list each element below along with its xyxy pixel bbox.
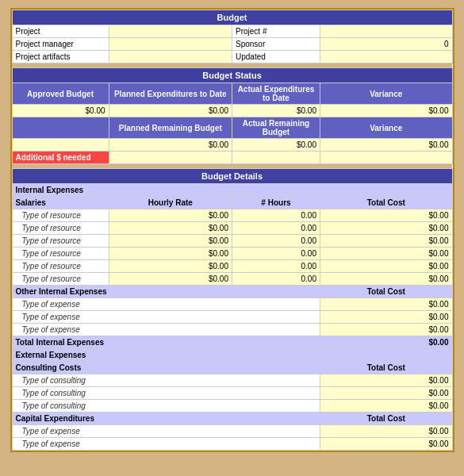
planned-exp-header: Planned Expenditures to Date <box>109 83 232 105</box>
resource-row: Type of resource $0.00 0.00 $0.00 <box>12 222 452 235</box>
blank-header <box>12 117 109 139</box>
resource-hours-3[interactable]: 0.00 <box>232 248 320 260</box>
expense-cost-0[interactable]: $0.00 <box>320 298 452 311</box>
other-total-cost-label: Total Cost <box>320 286 452 298</box>
actual-remaining-header: Actual Remaining Budget <box>232 117 320 139</box>
expense-cost-1[interactable]: $0.00 <box>320 311 452 324</box>
resource-rate-5[interactable]: $0.00 <box>109 273 232 286</box>
variance2-header: Variance <box>320 117 452 139</box>
variance2-value[interactable]: $0.00 <box>320 139 452 152</box>
expense-name-2[interactable]: Type of expense <box>12 324 320 336</box>
other-internal-label: Other Internal Expenses <box>12 286 320 298</box>
actual-remaining-value[interactable]: $0.00 <box>232 139 320 152</box>
capital-cost-1[interactable]: $0.00 <box>320 438 452 451</box>
resource-hours-0[interactable]: 0.00 <box>232 209 320 222</box>
resource-cost-3[interactable]: $0.00 <box>320 248 452 260</box>
capital-cost-0[interactable]: $0.00 <box>320 425 452 438</box>
resource-hours-2[interactable]: 0.00 <box>232 235 320 248</box>
resource-name-3[interactable]: Type of resource <box>12 248 109 260</box>
resource-rate-1[interactable]: $0.00 <box>109 222 232 235</box>
capital-name-1[interactable]: Type of expense <box>12 438 320 451</box>
resource-rate-3[interactable]: $0.00 <box>109 248 232 260</box>
project-artifacts-value[interactable] <box>109 51 232 63</box>
consulting-name-0[interactable]: Type of consulting <box>12 374 320 387</box>
capital-row: Type of expense $0.00 <box>12 438 452 451</box>
capital-label: Capital Expenditures <box>12 413 320 425</box>
capital-name-0[interactable]: Type of expense <box>12 425 320 438</box>
resource-row: Type of resource $0.00 0.00 $0.00 <box>12 248 452 260</box>
resource-name-5[interactable]: Type of resource <box>12 273 109 286</box>
consulting-name-1[interactable]: Type of consulting <box>12 387 320 400</box>
resource-cost-1[interactable]: $0.00 <box>320 222 452 235</box>
expense-row: Type of expense $0.00 <box>12 298 452 311</box>
project-num-label: Project # <box>232 25 320 38</box>
updated-label: Updated <box>232 51 320 63</box>
consulting-row: Type of consulting $0.00 <box>12 374 452 387</box>
budget-details-title: Budget Details <box>12 169 452 184</box>
blank-value <box>12 139 109 152</box>
sponsor-label: Sponsor <box>232 38 320 51</box>
expense-name-0[interactable]: Type of expense <box>12 298 320 311</box>
variance-header: Variance <box>320 83 452 105</box>
resource-row: Type of resource $0.00 0.00 $0.00 <box>12 235 452 248</box>
variance-value[interactable]: $0.00 <box>320 105 452 117</box>
consulting-cost-2[interactable]: $0.00 <box>320 400 452 413</box>
capital-total-label: Total Cost <box>320 413 452 425</box>
approved-budget-header: Approved Budget <box>12 83 109 105</box>
consulting-row: Type of consulting $0.00 <box>12 387 452 400</box>
resource-cost-2[interactable]: $0.00 <box>320 235 452 248</box>
hours-label: # Hours <box>232 197 320 209</box>
consulting-name-2[interactable]: Type of consulting <box>12 400 320 413</box>
planned-remaining-value[interactable]: $0.00 <box>109 139 232 152</box>
planned-value[interactable]: $0.00 <box>109 105 232 117</box>
resource-cost-5[interactable]: $0.00 <box>320 273 452 286</box>
planned-remaining-header: Planned Remaining Budget <box>109 117 232 139</box>
expense-row: Type of expense $0.00 <box>12 311 452 324</box>
consulting-cost-0[interactable]: $0.00 <box>320 374 452 387</box>
project-manager-label: Project manager <box>12 38 109 51</box>
consulting-total-label: Total Cost <box>320 362 452 374</box>
expense-cost-2[interactable]: $0.00 <box>320 324 452 336</box>
resource-name-0[interactable]: Type of resource <box>12 209 109 222</box>
updated-value[interactable] <box>320 51 452 63</box>
resource-hours-4[interactable]: 0.00 <box>232 260 320 273</box>
sponsor-value[interactable]: 0 <box>320 38 452 51</box>
consulting-row: Type of consulting $0.00 <box>12 400 452 413</box>
internal-expenses-label: Internal Expenses <box>12 184 452 197</box>
resource-name-4[interactable]: Type of resource <box>12 260 109 273</box>
project-label: Project <box>12 25 109 38</box>
resource-rate-4[interactable]: $0.00 <box>109 260 232 273</box>
resource-row: Type of resource $0.00 0.00 $0.00 <box>12 260 452 273</box>
resource-rate-2[interactable]: $0.00 <box>109 235 232 248</box>
additional-value2 <box>232 152 320 164</box>
additional-value1 <box>109 152 232 164</box>
resource-cost-0[interactable]: $0.00 <box>320 209 452 222</box>
resource-row: Type of resource $0.00 0.00 $0.00 <box>12 273 452 286</box>
expense-row: Type of expense $0.00 <box>12 324 452 336</box>
resource-cost-4[interactable]: $0.00 <box>320 260 452 273</box>
project-value[interactable] <box>109 25 232 38</box>
expense-name-1[interactable]: Type of expense <box>12 311 320 324</box>
capital-row: Type of expense $0.00 <box>12 425 452 438</box>
total-cost-label: Total Cost <box>320 197 452 209</box>
resource-name-2[interactable]: Type of resource <box>12 235 109 248</box>
resource-name-1[interactable]: Type of resource <box>12 222 109 235</box>
additional-needed-label: Additional $ needed <box>12 152 109 164</box>
hourly-rate-label: Hourly Rate <box>109 197 232 209</box>
actual-value[interactable]: $0.00 <box>232 105 320 117</box>
budget-title: Budget <box>12 10 452 25</box>
resource-hours-1[interactable]: 0.00 <box>232 222 320 235</box>
actual-exp-header: Actual Expenditures to Date <box>232 83 320 105</box>
external-expenses-label: External Expenses <box>12 349 452 362</box>
total-internal-value: $0.00 <box>320 336 452 349</box>
additional-value3 <box>320 152 452 164</box>
consulting-cost-1[interactable]: $0.00 <box>320 387 452 400</box>
approved-value[interactable]: $0.00 <box>12 105 109 117</box>
project-manager-value[interactable] <box>109 38 232 51</box>
resource-rate-0[interactable]: $0.00 <box>109 209 232 222</box>
project-num-value[interactable] <box>320 25 452 38</box>
consulting-label: Consulting Costs <box>12 362 320 374</box>
resource-hours-5[interactable]: 0.00 <box>232 273 320 286</box>
resource-row: Type of resource $0.00 0.00 $0.00 <box>12 209 452 222</box>
salaries-label: Salaries <box>12 197 109 209</box>
